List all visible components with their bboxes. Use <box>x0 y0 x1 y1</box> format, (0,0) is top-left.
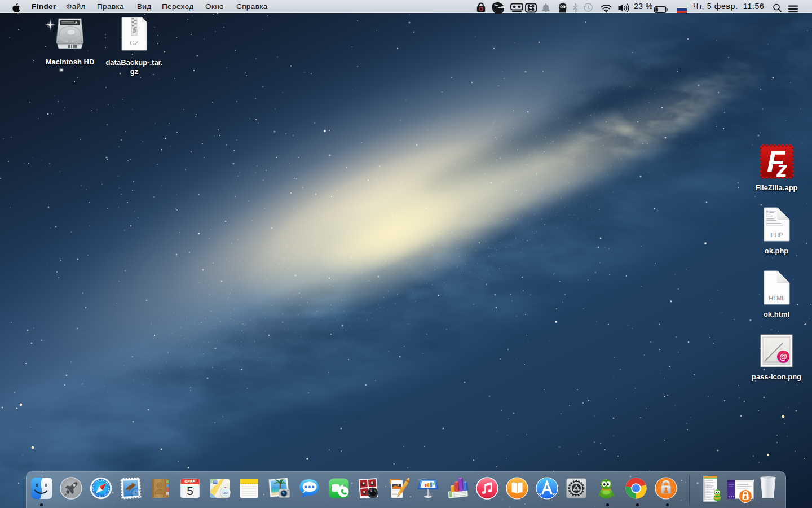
svg-text:3D: 3D <box>223 491 228 494</box>
svg-text:PHP: PHP <box>770 231 783 238</box>
svg-text:280: 280 <box>213 481 218 484</box>
svg-text:z: z <box>776 157 787 179</box>
svg-text:ФЕВР.: ФЕВР. <box>184 480 196 484</box>
svg-text:GZ: GZ <box>130 40 139 46</box>
svg-text:5: 5 <box>187 484 193 497</box>
svg-text:HTML: HTML <box>769 295 785 301</box>
svg-text:@: @ <box>779 352 787 361</box>
